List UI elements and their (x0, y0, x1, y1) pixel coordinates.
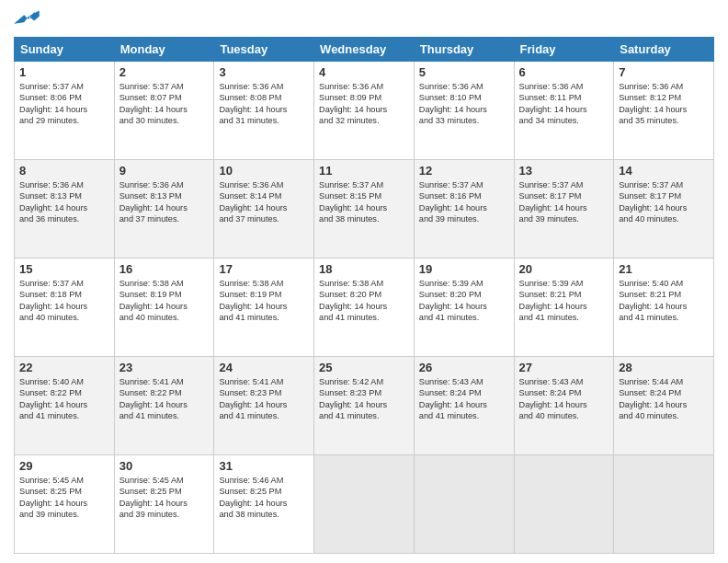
day-number: 18 (319, 262, 409, 276)
day-number: 1 (19, 65, 109, 79)
cell-content: Sunrise: 5:37 AM Sunset: 8:18 PM Dayligh… (19, 278, 109, 324)
day-number: 17 (219, 262, 309, 276)
calendar-cell: 2Sunrise: 5:37 AM Sunset: 8:07 PM Daylig… (114, 62, 214, 160)
day-number: 9 (119, 164, 210, 178)
logo-icon (14, 9, 40, 29)
calendar-cell: 10Sunrise: 5:36 AM Sunset: 8:14 PM Dayli… (214, 160, 314, 259)
calendar-cell (614, 455, 714, 554)
day-number: 16 (119, 262, 210, 276)
calendar-cell: 16Sunrise: 5:38 AM Sunset: 8:19 PM Dayli… (114, 259, 214, 357)
calendar-cell (514, 455, 614, 554)
calendar-cell: 30Sunrise: 5:45 AM Sunset: 8:25 PM Dayli… (114, 455, 214, 554)
day-number: 25 (319, 361, 409, 374)
calendar-cell: 24Sunrise: 5:41 AM Sunset: 8:23 PM Dayli… (214, 357, 314, 455)
cell-content: Sunrise: 5:37 AM Sunset: 8:17 PM Dayligh… (519, 179, 609, 225)
cell-content: Sunrise: 5:36 AM Sunset: 8:14 PM Dayligh… (219, 179, 309, 225)
day-number: 4 (319, 65, 409, 79)
day-number: 7 (619, 65, 709, 79)
page: SundayMondayTuesdayWednesdayThursdayFrid… (0, 0, 728, 563)
calendar-cell: 14Sunrise: 5:37 AM Sunset: 8:17 PM Dayli… (614, 160, 714, 259)
cell-content: Sunrise: 5:42 AM Sunset: 8:23 PM Dayligh… (319, 376, 409, 422)
cell-content: Sunrise: 5:38 AM Sunset: 8:19 PM Dayligh… (119, 278, 210, 324)
calendar-cell: 19Sunrise: 5:39 AM Sunset: 8:20 PM Dayli… (414, 259, 514, 357)
day-number: 12 (419, 164, 509, 178)
cell-content: Sunrise: 5:36 AM Sunset: 8:13 PM Dayligh… (119, 179, 210, 225)
calendar-cell: 26Sunrise: 5:43 AM Sunset: 8:24 PM Dayli… (414, 357, 514, 455)
day-header-friday: Friday (514, 38, 614, 62)
svg-marker-1 (28, 11, 40, 17)
cell-content: Sunrise: 5:39 AM Sunset: 8:21 PM Dayligh… (519, 278, 609, 324)
day-number: 14 (619, 164, 709, 178)
cell-content: Sunrise: 5:37 AM Sunset: 8:15 PM Dayligh… (319, 179, 409, 225)
logo (14, 9, 43, 29)
calendar-cell: 31Sunrise: 5:46 AM Sunset: 8:25 PM Dayli… (214, 455, 314, 554)
calendar-cell: 25Sunrise: 5:42 AM Sunset: 8:23 PM Dayli… (314, 357, 415, 455)
day-header-sunday: Sunday (15, 38, 115, 62)
calendar-week-5: 29Sunrise: 5:45 AM Sunset: 8:25 PM Dayli… (15, 455, 714, 554)
cell-content: Sunrise: 5:44 AM Sunset: 8:24 PM Dayligh… (619, 376, 709, 422)
day-number: 15 (19, 262, 109, 276)
cell-content: Sunrise: 5:45 AM Sunset: 8:25 PM Dayligh… (119, 475, 210, 521)
cell-content: Sunrise: 5:36 AM Sunset: 8:13 PM Dayligh… (19, 179, 109, 225)
cell-content: Sunrise: 5:38 AM Sunset: 8:19 PM Dayligh… (219, 278, 309, 324)
cell-content: Sunrise: 5:46 AM Sunset: 8:25 PM Dayligh… (219, 475, 309, 521)
calendar-table: SundayMondayTuesdayWednesdayThursdayFrid… (14, 37, 714, 554)
calendar-week-4: 22Sunrise: 5:40 AM Sunset: 8:22 PM Dayli… (15, 357, 714, 455)
cell-content: Sunrise: 5:36 AM Sunset: 8:08 PM Dayligh… (219, 81, 309, 127)
day-number: 5 (419, 65, 509, 79)
day-header-saturday: Saturday (614, 38, 714, 62)
day-number: 23 (119, 361, 210, 374)
cell-content: Sunrise: 5:43 AM Sunset: 8:24 PM Dayligh… (519, 376, 609, 422)
day-number: 11 (319, 164, 409, 178)
calendar-cell: 6Sunrise: 5:36 AM Sunset: 8:11 PM Daylig… (514, 62, 614, 160)
day-number: 6 (519, 65, 609, 79)
cell-content: Sunrise: 5:43 AM Sunset: 8:24 PM Dayligh… (419, 376, 509, 422)
calendar-cell: 4Sunrise: 5:36 AM Sunset: 8:09 PM Daylig… (314, 62, 415, 160)
day-header-thursday: Thursday (414, 38, 514, 62)
cell-content: Sunrise: 5:37 AM Sunset: 8:17 PM Dayligh… (619, 179, 709, 225)
cell-content: Sunrise: 5:36 AM Sunset: 8:09 PM Dayligh… (319, 81, 409, 127)
calendar-cell: 13Sunrise: 5:37 AM Sunset: 8:17 PM Dayli… (514, 160, 614, 259)
calendar-cell (314, 455, 415, 554)
day-header-wednesday: Wednesday (314, 38, 415, 62)
cell-content: Sunrise: 5:36 AM Sunset: 8:10 PM Dayligh… (419, 81, 509, 127)
day-number: 13 (519, 164, 609, 178)
cell-content: Sunrise: 5:36 AM Sunset: 8:11 PM Dayligh… (519, 81, 609, 127)
calendar-cell: 9Sunrise: 5:36 AM Sunset: 8:13 PM Daylig… (114, 160, 214, 259)
day-number: 28 (619, 361, 709, 374)
day-number: 21 (619, 262, 709, 276)
cell-content: Sunrise: 5:36 AM Sunset: 8:12 PM Dayligh… (619, 81, 709, 127)
calendar-body: 1Sunrise: 5:37 AM Sunset: 8:06 PM Daylig… (15, 62, 714, 554)
cell-content: Sunrise: 5:41 AM Sunset: 8:23 PM Dayligh… (219, 376, 309, 422)
day-number: 3 (219, 65, 309, 79)
calendar-cell: 20Sunrise: 5:39 AM Sunset: 8:21 PM Dayli… (514, 259, 614, 357)
day-number: 2 (119, 65, 210, 79)
calendar-cell: 21Sunrise: 5:40 AM Sunset: 8:21 PM Dayli… (614, 259, 714, 357)
calendar-cell: 27Sunrise: 5:43 AM Sunset: 8:24 PM Dayli… (514, 357, 614, 455)
day-number: 29 (19, 459, 109, 473)
day-number: 8 (19, 164, 109, 178)
calendar-cell: 1Sunrise: 5:37 AM Sunset: 8:06 PM Daylig… (15, 62, 115, 160)
calendar-cell: 15Sunrise: 5:37 AM Sunset: 8:18 PM Dayli… (15, 259, 115, 357)
calendar-cell: 23Sunrise: 5:41 AM Sunset: 8:22 PM Dayli… (114, 357, 214, 455)
cell-content: Sunrise: 5:39 AM Sunset: 8:20 PM Dayligh… (419, 278, 509, 324)
calendar-cell: 7Sunrise: 5:36 AM Sunset: 8:12 PM Daylig… (614, 62, 714, 160)
calendar-cell: 22Sunrise: 5:40 AM Sunset: 8:22 PM Dayli… (15, 357, 115, 455)
calendar-cell: 29Sunrise: 5:45 AM Sunset: 8:25 PM Dayli… (15, 455, 115, 554)
calendar-cell (414, 455, 514, 554)
calendar-week-2: 8Sunrise: 5:36 AM Sunset: 8:13 PM Daylig… (15, 160, 714, 259)
day-number: 20 (519, 262, 609, 276)
day-number: 27 (519, 361, 609, 374)
calendar-cell: 5Sunrise: 5:36 AM Sunset: 8:10 PM Daylig… (414, 62, 514, 160)
calendar-cell: 18Sunrise: 5:38 AM Sunset: 8:20 PM Dayli… (314, 259, 415, 357)
day-number: 10 (219, 164, 309, 178)
calendar-week-1: 1Sunrise: 5:37 AM Sunset: 8:06 PM Daylig… (15, 62, 714, 160)
calendar-cell: 3Sunrise: 5:36 AM Sunset: 8:08 PM Daylig… (214, 62, 314, 160)
cell-content: Sunrise: 5:41 AM Sunset: 8:22 PM Dayligh… (119, 376, 210, 422)
day-number: 31 (219, 459, 309, 473)
day-number: 30 (119, 459, 210, 473)
day-number: 22 (19, 361, 109, 374)
cell-content: Sunrise: 5:40 AM Sunset: 8:21 PM Dayligh… (619, 278, 709, 324)
cell-content: Sunrise: 5:37 AM Sunset: 8:07 PM Dayligh… (119, 81, 210, 127)
day-number: 19 (419, 262, 509, 276)
